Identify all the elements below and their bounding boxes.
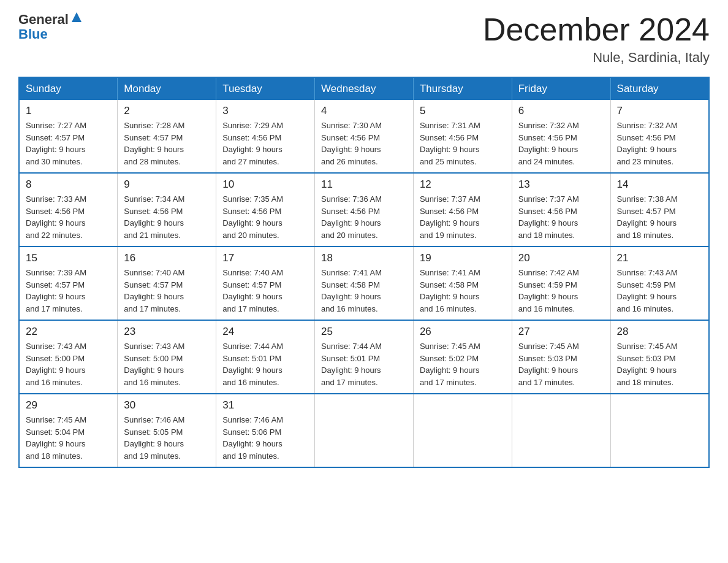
table-row: 20 Sunrise: 7:42 AM Sunset: 4:59 PM Dayl… (512, 247, 610, 320)
day-number: 15 (26, 252, 111, 264)
day-number: 18 (321, 252, 407, 264)
table-row: 21 Sunrise: 7:43 AM Sunset: 4:59 PM Dayl… (610, 247, 709, 320)
day-number: 30 (124, 399, 210, 412)
table-row: 18 Sunrise: 7:41 AM Sunset: 4:58 PM Dayl… (315, 247, 414, 320)
col-sunday: Sunday (19, 77, 118, 100)
day-number: 5 (420, 105, 506, 117)
table-row: 6 Sunrise: 7:32 AM Sunset: 4:56 PM Dayli… (512, 100, 610, 173)
day-number: 31 (222, 399, 308, 412)
page-header: General Blue December 2024 Nule, Sardini… (18, 12, 710, 66)
day-number: 1 (26, 105, 111, 117)
col-wednesday: Wednesday (315, 77, 414, 100)
calendar-week-row: 29 Sunrise: 7:45 AM Sunset: 5:04 PM Dayl… (19, 394, 709, 467)
day-info: Sunrise: 7:45 AM Sunset: 5:02 PM Dayligh… (420, 340, 506, 388)
day-number: 21 (617, 252, 702, 264)
table-row: 25 Sunrise: 7:44 AM Sunset: 5:01 PM Dayl… (315, 320, 414, 394)
day-info: Sunrise: 7:42 AM Sunset: 4:59 PM Dayligh… (518, 267, 604, 315)
logo-triangle-icon (70, 11, 83, 23)
day-number: 28 (617, 326, 702, 338)
day-info: Sunrise: 7:37 AM Sunset: 4:56 PM Dayligh… (420, 193, 506, 241)
day-info: Sunrise: 7:37 AM Sunset: 4:56 PM Dayligh… (518, 193, 604, 241)
table-row (512, 394, 610, 467)
col-saturday: Saturday (610, 77, 709, 100)
day-info: Sunrise: 7:46 AM Sunset: 5:06 PM Dayligh… (222, 414, 308, 462)
day-number: 4 (321, 105, 407, 117)
table-row: 14 Sunrise: 7:38 AM Sunset: 4:57 PM Dayl… (610, 173, 709, 247)
day-info: Sunrise: 7:39 AM Sunset: 4:57 PM Dayligh… (26, 267, 111, 315)
day-info: Sunrise: 7:44 AM Sunset: 5:01 PM Dayligh… (321, 340, 407, 388)
day-info: Sunrise: 7:36 AM Sunset: 4:56 PM Dayligh… (321, 193, 407, 241)
day-info: Sunrise: 7:38 AM Sunset: 4:57 PM Dayligh… (617, 193, 702, 241)
calendar-week-row: 22 Sunrise: 7:43 AM Sunset: 5:00 PM Dayl… (19, 320, 709, 394)
day-number: 19 (420, 252, 506, 264)
day-number: 22 (26, 326, 111, 338)
day-info: Sunrise: 7:45 AM Sunset: 5:04 PM Dayligh… (26, 414, 111, 462)
table-row (610, 394, 709, 467)
table-row: 4 Sunrise: 7:30 AM Sunset: 4:56 PM Dayli… (315, 100, 414, 173)
logo-general-text: General (18, 12, 69, 27)
day-number: 12 (420, 178, 506, 191)
table-row: 3 Sunrise: 7:29 AM Sunset: 4:56 PM Dayli… (216, 100, 315, 173)
day-number: 27 (518, 326, 604, 338)
day-info: Sunrise: 7:45 AM Sunset: 5:03 PM Dayligh… (518, 340, 604, 388)
table-row: 22 Sunrise: 7:43 AM Sunset: 5:00 PM Dayl… (19, 320, 118, 394)
day-number: 11 (321, 178, 407, 191)
table-row: 26 Sunrise: 7:45 AM Sunset: 5:02 PM Dayl… (413, 320, 512, 394)
table-row: 30 Sunrise: 7:46 AM Sunset: 5:05 PM Dayl… (118, 394, 216, 467)
day-info: Sunrise: 7:43 AM Sunset: 5:00 PM Dayligh… (124, 340, 210, 388)
col-tuesday: Tuesday (216, 77, 315, 100)
table-row: 9 Sunrise: 7:34 AM Sunset: 4:56 PM Dayli… (118, 173, 216, 247)
calendar-week-row: 1 Sunrise: 7:27 AM Sunset: 4:57 PM Dayli… (19, 100, 709, 173)
table-row (413, 394, 512, 467)
day-number: 17 (222, 252, 308, 264)
day-number: 23 (124, 326, 210, 338)
logo-blue-text: Blue (18, 26, 48, 42)
day-number: 16 (124, 252, 210, 264)
day-info: Sunrise: 7:46 AM Sunset: 5:05 PM Dayligh… (124, 414, 210, 462)
day-info: Sunrise: 7:30 AM Sunset: 4:56 PM Dayligh… (321, 120, 407, 167)
day-info: Sunrise: 7:40 AM Sunset: 4:57 PM Dayligh… (222, 267, 308, 315)
day-info: Sunrise: 7:44 AM Sunset: 5:01 PM Dayligh… (222, 340, 308, 388)
day-number: 7 (617, 105, 702, 117)
svg-marker-0 (72, 12, 82, 22)
col-thursday: Thursday (413, 77, 512, 100)
location-title: Nule, Sardinia, Italy (483, 50, 710, 66)
day-number: 9 (124, 178, 210, 191)
day-info: Sunrise: 7:32 AM Sunset: 4:56 PM Dayligh… (617, 120, 702, 167)
title-area: December 2024 Nule, Sardinia, Italy (483, 12, 710, 66)
table-row: 23 Sunrise: 7:43 AM Sunset: 5:00 PM Dayl… (118, 320, 216, 394)
day-info: Sunrise: 7:41 AM Sunset: 4:58 PM Dayligh… (420, 267, 506, 315)
table-row: 7 Sunrise: 7:32 AM Sunset: 4:56 PM Dayli… (610, 100, 709, 173)
table-row: 17 Sunrise: 7:40 AM Sunset: 4:57 PM Dayl… (216, 247, 315, 320)
day-info: Sunrise: 7:29 AM Sunset: 4:56 PM Dayligh… (222, 120, 308, 167)
day-number: 2 (124, 105, 210, 117)
day-number: 29 (26, 399, 111, 412)
day-number: 26 (420, 326, 506, 338)
day-number: 6 (518, 105, 604, 117)
table-row: 11 Sunrise: 7:36 AM Sunset: 4:56 PM Dayl… (315, 173, 414, 247)
table-row (315, 394, 414, 467)
day-number: 13 (518, 178, 604, 191)
table-row: 13 Sunrise: 7:37 AM Sunset: 4:56 PM Dayl… (512, 173, 610, 247)
calendar-table: Sunday Monday Tuesday Wednesday Thursday… (18, 77, 710, 468)
table-row: 10 Sunrise: 7:35 AM Sunset: 4:56 PM Dayl… (216, 173, 315, 247)
day-number: 8 (26, 178, 111, 191)
table-row: 12 Sunrise: 7:37 AM Sunset: 4:56 PM Dayl… (413, 173, 512, 247)
table-row: 16 Sunrise: 7:40 AM Sunset: 4:57 PM Dayl… (118, 247, 216, 320)
day-info: Sunrise: 7:27 AM Sunset: 4:57 PM Dayligh… (26, 120, 111, 167)
day-info: Sunrise: 7:33 AM Sunset: 4:56 PM Dayligh… (26, 193, 111, 241)
table-row: 1 Sunrise: 7:27 AM Sunset: 4:57 PM Dayli… (19, 100, 118, 173)
day-number: 10 (222, 178, 308, 191)
calendar-week-row: 15 Sunrise: 7:39 AM Sunset: 4:57 PM Dayl… (19, 247, 709, 320)
col-monday: Monday (118, 77, 216, 100)
table-row: 27 Sunrise: 7:45 AM Sunset: 5:03 PM Dayl… (512, 320, 610, 394)
day-info: Sunrise: 7:43 AM Sunset: 5:00 PM Dayligh… (26, 340, 111, 388)
day-info: Sunrise: 7:35 AM Sunset: 4:56 PM Dayligh… (222, 193, 308, 241)
day-number: 14 (617, 178, 702, 191)
table-row: 31 Sunrise: 7:46 AM Sunset: 5:06 PM Dayl… (216, 394, 315, 467)
logo: General Blue (18, 12, 83, 42)
table-row: 24 Sunrise: 7:44 AM Sunset: 5:01 PM Dayl… (216, 320, 315, 394)
table-row: 19 Sunrise: 7:41 AM Sunset: 4:58 PM Dayl… (413, 247, 512, 320)
day-info: Sunrise: 7:31 AM Sunset: 4:56 PM Dayligh… (420, 120, 506, 167)
month-title: December 2024 (483, 12, 710, 47)
